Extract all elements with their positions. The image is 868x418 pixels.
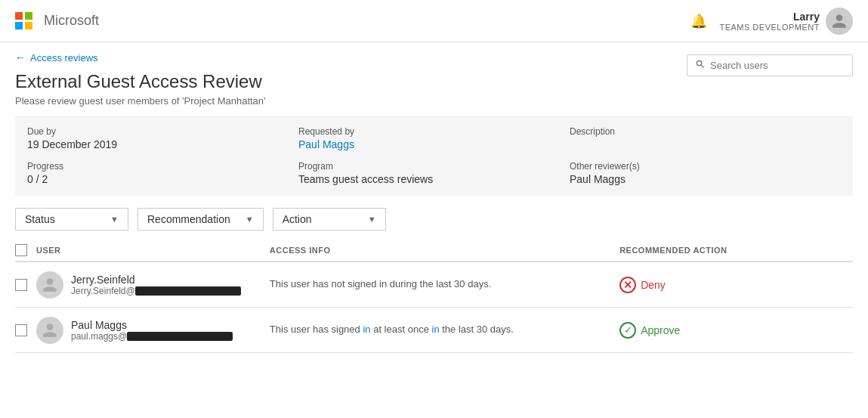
row1-user-cell: Jerry.Seinfeld Jerry.Seinfeld@	[36, 271, 270, 299]
deny-icon: ✕	[619, 277, 636, 293]
requested-by-label: Requested by	[298, 126, 570, 137]
due-by-label: Due by	[27, 126, 298, 137]
requested-by-value[interactable]: Paul Maggs	[298, 138, 570, 150]
search-container	[687, 54, 853, 76]
due-by-item: Due by 19 December 2019	[27, 126, 298, 150]
search-icon	[695, 59, 706, 72]
other-reviewers-value: Paul Maggs	[570, 173, 841, 185]
user-info: Larry TEAMS DEVELOPMENT	[719, 8, 853, 35]
approve-label: Approve	[641, 324, 680, 336]
row2-approve-action[interactable]: ✓ Approve	[619, 322, 680, 339]
approve-icon: ✓	[619, 322, 636, 339]
row2-checkbox-cell	[15, 324, 36, 336]
app-header: Microsoft 🔔 Larry TEAMS DEVELOPMENT	[0, 0, 868, 42]
header-checkbox-cell	[15, 244, 36, 256]
description-label: Description	[570, 126, 841, 137]
table-header: USER ACCESS INFO RECOMMENDED ACTION	[15, 240, 853, 262]
action-filter-label: Action	[283, 213, 312, 225]
row2-display-name: Paul Maggs	[71, 319, 233, 331]
other-reviewers-label: Other reviewer(s)	[570, 161, 841, 172]
user-name: Larry	[719, 11, 820, 23]
recommendation-filter-label: Recommendation	[147, 213, 230, 225]
avatar[interactable]	[826, 8, 853, 35]
row2-email: paul.maggs@	[71, 331, 233, 342]
row1-checkbox-cell	[15, 279, 36, 291]
col-user: USER	[36, 246, 270, 255]
table-row: Paul Maggs paul.maggs@ This user has sig…	[15, 308, 853, 353]
row1-email: Jerry.Seinfeld@	[71, 286, 241, 296]
description-item: Description	[570, 126, 841, 150]
brand-name: Microsoft	[44, 13, 99, 29]
row1-checkbox[interactable]	[15, 279, 27, 291]
row2-avatar	[36, 317, 63, 344]
action-filter[interactable]: Action ▼	[273, 208, 386, 231]
table-container: USER ACCESS INFO RECOMMENDED ACTION Jerr…	[0, 240, 868, 353]
recommendation-chevron-icon: ▼	[246, 215, 254, 224]
row1-avatar	[36, 271, 63, 299]
row2-action-cell: ✓ Approve	[619, 322, 853, 339]
back-arrow-icon: ←	[15, 51, 26, 63]
requested-by-item: Requested by Paul Maggs	[298, 126, 570, 150]
header-checkbox[interactable]	[15, 244, 27, 256]
other-reviewers-item: Other reviewer(s) Paul Maggs	[570, 161, 841, 185]
progress-label: Progress	[27, 161, 298, 172]
row1-display-name: Jerry.Seinfeld	[71, 274, 241, 286]
filters: Status ▼ Recommendation ▼ Action ▼	[0, 208, 868, 240]
highlight2: in	[432, 324, 440, 335]
status-filter-label: Status	[25, 213, 55, 225]
action-chevron-icon: ▼	[368, 215, 376, 224]
page-subtitle: Please review guest user members of 'Pro…	[15, 95, 853, 107]
program-item: Program Teams guest access reviews	[298, 161, 570, 185]
row1-access-info: This user has not signed in during the l…	[270, 277, 619, 291]
table-row: Jerry.Seinfeld Jerry.Seinfeld@ This user…	[15, 262, 853, 308]
highlight1: in	[363, 324, 370, 335]
notification-icon[interactable]: 🔔	[690, 13, 707, 29]
row1-deny-action[interactable]: ✕ Deny	[619, 277, 666, 293]
row2-user-cell: Paul Maggs paul.maggs@	[36, 317, 270, 344]
progress-item: Progress 0 / 2	[27, 161, 298, 185]
col-access-info: ACCESS INFO	[270, 246, 619, 255]
row1-action-cell: ✕ Deny	[619, 277, 853, 293]
info-panel: Due by 19 December 2019 Requested by Pau…	[15, 116, 853, 196]
status-chevron-icon: ▼	[110, 215, 119, 224]
due-by-value: 19 December 2019	[27, 138, 298, 150]
row1-user-details: Jerry.Seinfeld Jerry.Seinfeld@	[71, 274, 241, 296]
header-left: Microsoft	[15, 12, 99, 30]
row2-checkbox[interactable]	[15, 324, 27, 336]
search-input[interactable]	[710, 60, 845, 71]
recommendation-filter[interactable]: Recommendation ▼	[137, 208, 264, 231]
progress-value: 0 / 2	[27, 173, 298, 185]
program-value: Teams guest access reviews	[298, 173, 570, 185]
search-box	[687, 54, 853, 76]
col-recommended-action: RECOMMENDED ACTION	[619, 246, 853, 255]
breadcrumb-label: Access reviews	[30, 52, 98, 63]
header-right: 🔔 Larry TEAMS DEVELOPMENT	[690, 8, 853, 35]
row2-user-details: Paul Maggs paul.maggs@	[71, 319, 233, 342]
user-text: Larry TEAMS DEVELOPMENT	[719, 11, 820, 32]
user-org: TEAMS DEVELOPMENT	[719, 23, 820, 32]
program-label: Program	[298, 161, 570, 172]
deny-label: Deny	[641, 279, 666, 291]
row2-access-info: This user has signed in at least once in…	[270, 323, 619, 336]
status-filter[interactable]: Status ▼	[15, 208, 128, 231]
microsoft-logo	[15, 12, 33, 30]
